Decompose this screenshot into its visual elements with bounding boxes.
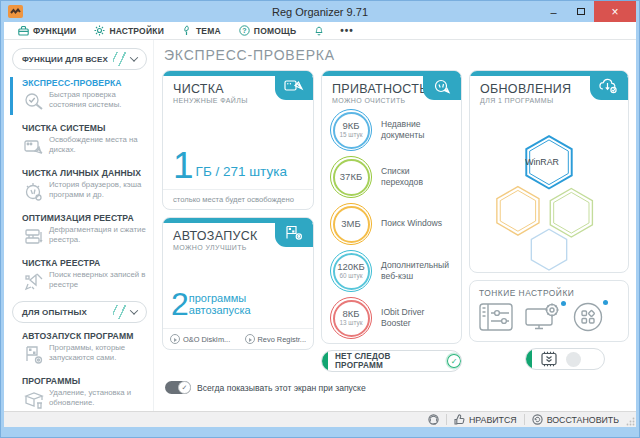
- sidebar: ФУНКЦИИ ДЛЯ ВСЕХ ЭКСПРЕСС-ПРОВЕРКА Быстр…: [4, 40, 154, 411]
- sidebar-item-private-data[interactable]: ЧИСТКА ЛИЧНЫХ ДАННЫХ История браузеров, …: [10, 166, 149, 206]
- menu-functions[interactable]: ФУНКЦИИ: [10, 22, 84, 39]
- sidebar-group-all[interactable]: ФУНКЦИИ ДЛЯ ВСЕХ: [12, 48, 147, 70]
- svg-text:?: ?: [242, 27, 246, 34]
- express-check-icon: [22, 89, 45, 113]
- chevron-down-icon: [130, 53, 138, 61]
- resize-grip[interactable]: [626, 417, 635, 426]
- briefcase-icon: [18, 26, 29, 36]
- toggle-check-icon: ✓: [178, 381, 191, 394]
- sidebar-item-system-cleanup[interactable]: ЧИСТКА СИСТЕМЫ Освобождение места на дис…: [10, 121, 149, 161]
- maximize-button[interactable]: [567, 1, 594, 22]
- title-bar: Reg Organizer 9.71 – ×: [4, 1, 636, 22]
- cleanup-value: 1 ГБ / 271 штука: [163, 104, 313, 189]
- privacy-item-windows-search[interactable]: 3МБ Поиск Windows: [322, 203, 461, 245]
- autorun-app-1[interactable]: O&O DiskIm...: [170, 334, 230, 344]
- close-button[interactable]: ×: [594, 1, 636, 22]
- autorun-flag-icon: [22, 342, 45, 366]
- menu-more[interactable]: •••: [334, 25, 360, 36]
- chevron-down-icon: [130, 306, 138, 314]
- stripes-decoration: [113, 52, 126, 66]
- sidebar-item-autorun[interactable]: АВТОЗАПУСК ПРОГРАММ Программы, которые з…: [10, 329, 149, 369]
- autorun-badge-icon: [275, 218, 313, 247]
- cleanup-footer: столько места будет освобождено: [163, 189, 313, 209]
- autorun-card[interactable]: АВТОЗАПУСК МОЖНО УЛУЧШИТЬ 2 программы ав…: [162, 217, 314, 350]
- stripes-decoration: [113, 305, 126, 319]
- sidebar-group-advanced[interactable]: ДЛЯ ОПЫТНЫХ: [12, 301, 147, 323]
- help-icon: ?: [239, 25, 250, 36]
- startup-toggle[interactable]: ✓: [165, 381, 191, 394]
- play-icon: [170, 334, 180, 344]
- play-icon: [245, 334, 255, 344]
- restore-button[interactable]: ВОССТАНОВИТЬ: [525, 412, 626, 427]
- sidebar-item-express-check[interactable]: ЭКСПРЕСС-ПРОВЕРКА Быстрая проверка состо…: [10, 76, 149, 116]
- privacy-ring: 9КБ 15 штук: [330, 109, 372, 151]
- page-title: ЭКСПРЕСС-ПРОВЕРКА: [164, 47, 629, 63]
- sidebar-item-registry-cleanup[interactable]: ЧИСТКА РЕЕСТРА Поиск неверных записей в …: [10, 256, 149, 296]
- cleanup-card[interactable]: ЧИСТКА НЕНУЖНЫЕ ФАЙЛЫ 1 ГБ / 271 штука с…: [162, 70, 314, 210]
- sidebar-item-programs[interactable]: ПРОГРАММЫ Удаление, установка и обновлен…: [10, 374, 149, 411]
- notification-dot: [561, 301, 566, 306]
- privacy-item-jump-lists[interactable]: 37КБ Списки переходов: [322, 156, 461, 198]
- private-data-icon: [22, 179, 45, 203]
- gear-icon: [94, 25, 105, 36]
- menu-settings[interactable]: НАСТРОЙКИ: [86, 22, 172, 39]
- privacy-badge-icon: [423, 71, 461, 100]
- disabled-indicator: [566, 352, 581, 367]
- bell-icon: [314, 25, 324, 36]
- autorun-value: 2 программы автозапуска: [163, 251, 313, 328]
- maximize-icon: [577, 8, 585, 15]
- theme-brush-icon: [182, 25, 192, 36]
- no-traces-pill[interactable]: НЕТ СЛЕДОВ ПРОГРАММ ✓: [321, 350, 462, 372]
- privacy-ring: 120КБ 60 штук: [330, 250, 372, 292]
- check-icon: ✓: [447, 354, 461, 368]
- menu-theme[interactable]: ТЕМА: [174, 22, 229, 39]
- privacy-ring: 3МБ: [330, 203, 372, 245]
- privacy-card[interactable]: ПРИВАТНОСТЬ МОЖНО ОЧИСТИТЬ 9КБ 15 штук Н…: [321, 70, 462, 344]
- startup-toggle-label: Всегда показывать этот экран при запуске: [197, 383, 366, 393]
- support-button[interactable]: [421, 412, 446, 427]
- chip-download-icon: [539, 351, 559, 367]
- notification-dot: [603, 300, 608, 305]
- updates-hexagons: WinRAR: [470, 104, 628, 272]
- sidebar-item-registry-optimize[interactable]: ОПТИМИЗАЦИЯ РЕЕСТРА Дефрагментация и сжа…: [10, 211, 149, 251]
- privacy-item-web-cache[interactable]: 120КБ 60 штук Дополнительный веб-кэш: [322, 250, 461, 292]
- update-app-winrar[interactable]: WinRAR: [470, 157, 614, 167]
- status-bar: НРАВИТСЯ ВОССТАНОВИТЬ: [4, 411, 636, 427]
- privacy-item-iobit[interactable]: 8КБ 13 штук IObit Driver Booster: [322, 297, 461, 339]
- restore-icon: [532, 414, 543, 425]
- system-cleanup-icon: [22, 134, 45, 158]
- tweak-sliders-icon[interactable]: [479, 303, 513, 335]
- thumb-up-icon: [454, 414, 465, 425]
- autorun-app-2[interactable]: Revo Registr...: [245, 334, 306, 344]
- updates-card[interactable]: ОБНОВЛЕНИЯ ДЛЯ 1 ПРОГРАММЫ: [469, 70, 629, 273]
- driver-update-pill[interactable]: [525, 348, 605, 370]
- registry-cleanup-icon: [22, 269, 45, 293]
- minimize-button[interactable]: –: [540, 1, 567, 22]
- menu-help[interactable]: ? ПОМОЩЬ: [231, 22, 304, 39]
- updates-badge-icon: [590, 71, 628, 100]
- privacy-ring: 37КБ: [330, 156, 372, 198]
- main-content: ЭКСПРЕСС-ПРОВЕРКА ЧИСТКА НЕНУЖНЫЕ ФАЙЛЫ …: [154, 40, 636, 411]
- tweak-apps-icon[interactable]: [573, 302, 603, 336]
- programs-box-icon: [22, 387, 45, 411]
- privacy-item-recent-documents[interactable]: 9КБ 15 штук Недавние документы: [322, 109, 461, 151]
- app-window: Reg Organizer 9.71 – × ФУНКЦИИ НАСТРОЙКИ…: [0, 0, 640, 438]
- cleanup-badge-icon: [275, 71, 313, 100]
- menu-bar: ФУНКЦИИ НАСТРОЙКИ ТЕМА ? ПОМОЩЬ •••: [4, 22, 636, 40]
- like-button[interactable]: НРАВИТСЯ: [447, 412, 524, 427]
- tweaks-card[interactable]: ТОНКИЕ НАСТРОЙКИ: [469, 280, 629, 342]
- headset-icon: [428, 414, 439, 425]
- registry-optimize-icon: [22, 224, 45, 248]
- notifications-bell[interactable]: [306, 22, 332, 39]
- tweak-system-gear-icon[interactable]: [525, 303, 561, 335]
- privacy-ring: 8КБ 13 штук: [330, 297, 372, 339]
